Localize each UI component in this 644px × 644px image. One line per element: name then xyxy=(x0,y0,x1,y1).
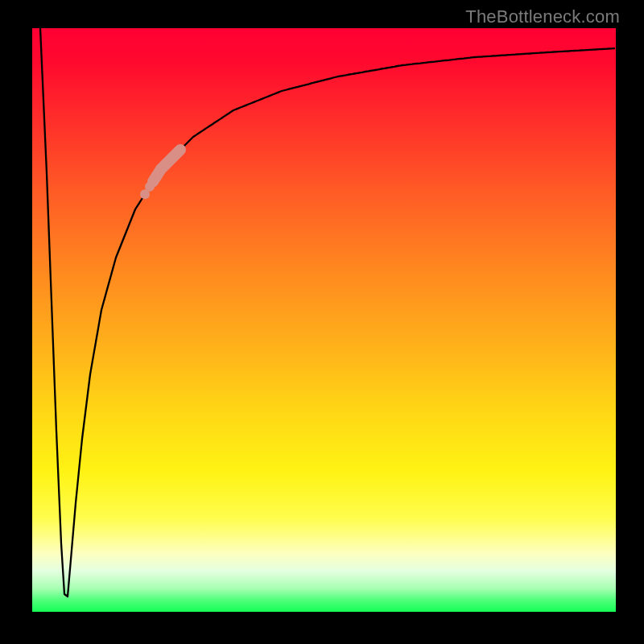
plot-area xyxy=(32,28,616,612)
curve-layer xyxy=(32,28,616,612)
highlight-dot-2 xyxy=(145,182,155,192)
bottleneck-curve xyxy=(40,28,615,597)
watermark-text: TheBottleneck.com xyxy=(465,6,620,27)
highlight-segment xyxy=(153,150,180,182)
chart-frame: TheBottleneck.com xyxy=(0,0,644,644)
